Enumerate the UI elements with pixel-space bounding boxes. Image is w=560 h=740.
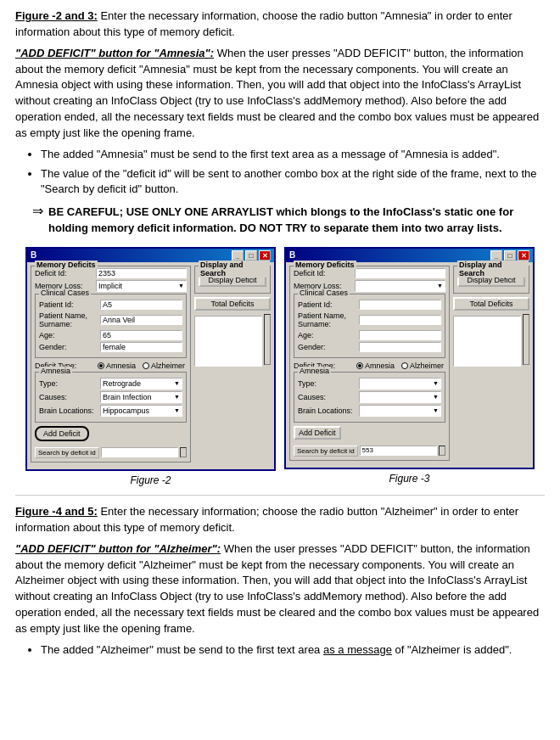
total-btn-container: Total Deficits	[194, 297, 271, 311]
brain-loc-combo-arrow: ▼	[174, 407, 180, 413]
search-id-input2[interactable]: 553	[360, 446, 437, 456]
memory-deficits-title: Memory Deficits	[35, 261, 98, 269]
causes-combo2[interactable]: ▼	[359, 391, 441, 403]
memory-loss-combo[interactable]: Implicit ▼	[96, 280, 187, 292]
brain-loc-label2: Brain Locations:	[298, 406, 359, 415]
divider	[15, 495, 545, 496]
close-btn2[interactable]: ✕	[518, 250, 529, 261]
memory-loss-combo2[interactable]: ▼	[355, 280, 445, 292]
type-combo2[interactable]: ▼	[359, 378, 441, 390]
close-btn[interactable]: ✕	[259, 250, 271, 261]
gender-row: Gender: female	[39, 342, 182, 352]
patient-name-input2[interactable]	[359, 315, 441, 325]
amnesia-radio2[interactable]: Amnesia	[356, 362, 395, 370]
memory-deficits-group2: Memory Deficits Deficit Id: Memory Loss:…	[289, 266, 450, 461]
warning-note: ⇒ BE CAREFUL; USE ONLY ONE ARRAYLIST whi…	[32, 205, 545, 237]
deficit-id-label: Deficit Id:	[35, 269, 96, 278]
maximize-btn2[interactable]: □	[504, 250, 516, 261]
type-row2: Type: ▼	[298, 378, 441, 390]
listbox-scrollbar[interactable]	[264, 314, 271, 365]
age-row: Age: 65	[39, 330, 182, 340]
total-deficits-btn[interactable]: Total Deficits	[194, 297, 271, 311]
patient-id-input2[interactable]	[359, 300, 441, 310]
total-deficits-btn2[interactable]: Total Deficits	[453, 297, 529, 311]
gender-row2: Gender:	[298, 342, 441, 352]
type-combo-arrow: ▼	[174, 380, 180, 386]
minimize-btn[interactable]: _	[232, 250, 244, 261]
amnesia-radio-circle[interactable]	[98, 362, 104, 369]
alzheimer-radio-circle[interactable]	[143, 362, 149, 369]
total-btn-container2: Total Deficits	[453, 297, 529, 311]
memory-deficits-group: Memory Deficits Deficit Id: 2353 Memory …	[31, 266, 191, 462]
figure2-caption: Figure -2	[130, 474, 171, 486]
type-label: Type:	[39, 379, 100, 388]
figure2-box: B _ □ ✕ Memory Deficits Deficit Id:	[25, 247, 276, 486]
causes-row2: Causes: ▼	[298, 391, 441, 403]
deficit-type-radio2: Amnesia Alzheimer	[356, 362, 444, 370]
deficit-id-input[interactable]: 2353	[96, 268, 187, 278]
minimize-btn2[interactable]: _	[490, 250, 502, 261]
type-label2: Type:	[298, 379, 359, 388]
maximize-btn[interactable]: □	[245, 250, 257, 261]
brain-loc-combo[interactable]: Hippocampus ▼	[100, 405, 182, 417]
alzheimer-radio-circle2[interactable]	[401, 362, 408, 369]
titlebar-buttons2: _ □ ✕	[490, 250, 529, 261]
gender-input2[interactable]	[359, 342, 441, 352]
figure2-right: Display and Search Display Deficit Total…	[194, 266, 271, 466]
figure3-box: B _ □ ✕ Amnesia is added Memory Deficits	[284, 247, 535, 486]
arrow-icon: ⇒	[32, 203, 43, 219]
brain-loc-row: Brain Locations: Hippocampus ▼	[39, 405, 182, 417]
type-combo[interactable]: Retrograde ▼	[100, 378, 182, 390]
add-deficit-amnesia-title: "ADD DEFICIT" button for "Amnesia":	[15, 47, 214, 59]
search-by-id-btn[interactable]: Search by deficit id	[35, 447, 99, 458]
age-input2[interactable]	[359, 330, 441, 340]
bottom-row2: Add Deficit	[294, 426, 445, 442]
search-by-id-btn2[interactable]: Search by deficit id	[294, 446, 358, 457]
causes-combo-arrow2: ▼	[433, 394, 439, 400]
display-search-group: Display and Search Display Deficit	[194, 266, 271, 294]
clinical-cases-group: Clinical Cases Patient Id: A5 Patient Na…	[35, 294, 187, 358]
brain-loc-combo2[interactable]: ▼	[359, 405, 441, 417]
gender-input[interactable]: female	[100, 342, 182, 352]
search-bar: Search by deficit id	[35, 447, 187, 458]
search-id-input[interactable]	[101, 447, 178, 457]
add-deficit-alzheimer-para: "ADD DEFICIT" button for "Alzheimer": Wh…	[15, 541, 545, 637]
add-deficit-btn2[interactable]: Add Deficit	[294, 426, 341, 440]
alzheimer-radio2[interactable]: Alzheimer	[401, 362, 444, 370]
age-label: Age:	[39, 331, 100, 339]
amnesia-radio[interactable]: Amnesia	[98, 362, 136, 370]
age-input[interactable]: 65	[100, 330, 182, 340]
patient-name-label: Patient Name, Surname:	[39, 311, 100, 328]
listbox[interactable]	[194, 316, 262, 367]
page-container: Figure -2 and 3: Enter the necessary inf…	[15, 8, 545, 659]
patient-id-input[interactable]: A5	[100, 300, 182, 310]
add-deficit-btn[interactable]: Add Deficit	[35, 426, 89, 441]
patient-id-row: Patient Id: A5	[39, 300, 182, 310]
combo-arrow: ▼	[178, 283, 184, 289]
listbox-scrollbar2[interactable]	[523, 314, 529, 365]
display-search-group2: Display and Search Display Deficit	[453, 266, 529, 294]
amnesia-radio-circle2[interactable]	[356, 362, 363, 369]
figure2-title: B	[31, 250, 36, 260]
add-deficit-alzheimer-text: When the user presses "ADD DEFICIT" butt…	[15, 542, 539, 635]
figure2-body: Memory Deficits Deficit Id: 2353 Memory …	[27, 262, 274, 469]
figure3-title: B	[289, 250, 295, 260]
amnesia-bullets: The added "Amnesia" must be send to the …	[41, 147, 545, 199]
search-scrollbar2	[439, 446, 445, 456]
listbox-area2	[453, 314, 529, 367]
listbox2[interactable]	[453, 316, 521, 367]
amnesia-subgroup-title2: Amnesia	[298, 367, 331, 375]
causes-combo[interactable]: Brain Infection ▼	[100, 391, 182, 403]
deficit-id-row2: Deficit Id:	[294, 268, 445, 278]
memory-deficits-title2: Memory Deficits	[294, 261, 356, 269]
add-deficit-amnesia-para: "ADD DEFICIT" button for "Amnesia": When…	[15, 46, 545, 142]
figure3-right: Display and Search Display Deficit Total…	[453, 266, 529, 464]
figure45-intro: Figure -4 and 5: Enter the necessary inf…	[15, 504, 545, 536]
alzheimer-radio[interactable]: Alzheimer	[143, 362, 185, 370]
patient-name-input[interactable]: Anna Veil	[100, 315, 182, 325]
figure3-window: B _ □ ✕ Amnesia is added Memory Deficits	[284, 247, 535, 469]
deficit-id-input2[interactable]	[355, 268, 445, 278]
figure3-caption: Figure -3	[389, 473, 429, 485]
brain-loc-label: Brain Locations:	[39, 406, 100, 415]
combo-arrow2: ▼	[437, 283, 443, 289]
